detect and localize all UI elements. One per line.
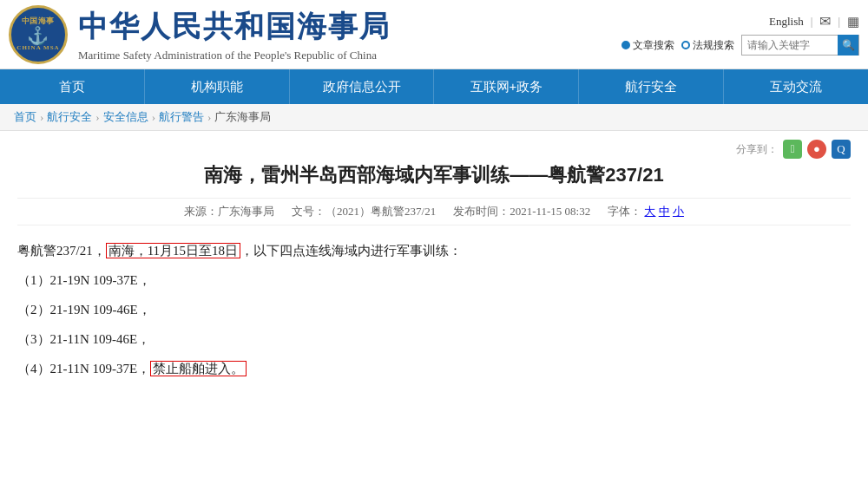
search-row: 文章搜索 法规搜索 🔍 xyxy=(621,35,859,56)
logo-en: CHINA MSA xyxy=(16,45,59,52)
nav-nav-safety[interactable]: 航行安全 xyxy=(579,69,724,104)
point-4: （4）21-11N 109-37E，禁止船舶进入。 xyxy=(17,356,851,382)
nav-gov-info[interactable]: 政府信息公开 xyxy=(290,69,435,104)
font-mid-link[interactable]: 中 xyxy=(659,205,670,218)
nav-bar: 首页 机构职能 政府信息公开 互联网+政务 航行安全 互动交流 xyxy=(0,69,868,104)
breadcrumb-nav-warning[interactable]: 航行警告 xyxy=(159,109,204,125)
radio-law[interactable]: 法规搜索 xyxy=(681,38,734,53)
bc-sep4: › xyxy=(207,110,211,124)
share-label: 分享到： xyxy=(736,142,778,157)
english-link[interactable]: English xyxy=(769,15,804,29)
meta-pubtime: 发布时间：2021-11-15 08:32 xyxy=(453,204,590,219)
breadcrumb-home[interactable]: 首页 xyxy=(14,109,36,125)
article-meta: 来源：广东海事局 文号：（2021）粤航警237/21 发布时间：2021-11… xyxy=(17,198,851,225)
point-4-text: （4）21-11N 109-37E， xyxy=(17,362,150,376)
intro2-text: ，以下四点连线海域内进行军事训练： xyxy=(240,244,462,258)
nav-internet[interactable]: 互联网+政务 xyxy=(434,69,579,104)
share-qq-icon[interactable]: Q xyxy=(832,140,851,159)
meta-font: 字体： 大 中 小 xyxy=(608,204,684,219)
logo: 中国海事 ⚓ CHINA MSA xyxy=(9,5,68,64)
share-wechat-icon[interactable]:  xyxy=(783,140,802,159)
font-small-link[interactable]: 小 xyxy=(673,205,684,218)
radio-article-dot xyxy=(621,41,630,49)
breadcrumb: 首页 › 航行安全 › 安全信息 › 航行警告 › 广东海事局 xyxy=(0,104,868,131)
breadcrumb-safety-info[interactable]: 安全信息 xyxy=(103,109,148,125)
font-large-link[interactable]: 大 xyxy=(644,205,655,218)
article-title: 南海，雷州半岛西部海域内军事训练——粤航警237/21 xyxy=(17,162,851,189)
highlight-dates: 南海，11月15日至18日 xyxy=(106,243,240,258)
article-body: 粤航警237/21，南海，11月15日至18日，以下四点连线海域内进行军事训练：… xyxy=(17,238,851,382)
radio-law-label: 法规搜索 xyxy=(693,38,734,53)
nav-home[interactable]: 首页 xyxy=(0,69,145,104)
search-button[interactable]: 🔍 xyxy=(838,35,858,56)
bc-sep2: › xyxy=(95,110,99,124)
logo-cn: 中国海事 xyxy=(22,17,55,26)
intro-paragraph: 粤航警237/21，南海，11月15日至18日，以下四点连线海域内进行军事训练： xyxy=(17,238,851,264)
sep2: | xyxy=(838,15,840,29)
search-radio-group: 文章搜索 法规搜索 xyxy=(621,38,734,53)
nav-interaction[interactable]: 互动交流 xyxy=(724,69,868,104)
extra-icon[interactable]: ▦ xyxy=(847,14,859,29)
nav-org[interactable]: 机构职能 xyxy=(145,69,290,104)
breadcrumb-nav-safety[interactable]: 航行安全 xyxy=(47,109,92,125)
content-area: 分享到：  ● Q 南海，雷州半岛西部海域内军事训练——粤航警237/21 来… xyxy=(0,131,868,394)
top-links: English | ✉ | ▦ xyxy=(769,13,859,29)
radio-article-label: 文章搜索 xyxy=(633,38,674,53)
search-input-wrap: 🔍 xyxy=(741,35,859,56)
bc-sep1: › xyxy=(40,110,43,124)
email-icon[interactable]: ✉ xyxy=(819,13,831,29)
radio-article[interactable]: 文章搜索 xyxy=(621,38,674,53)
share-bar: 分享到：  ● Q xyxy=(17,140,851,159)
bc-sep3: › xyxy=(152,110,155,124)
logo-anchor: ⚓ xyxy=(27,26,49,45)
radio-law-dot xyxy=(681,41,690,49)
intro-text: 粤航警237/21， xyxy=(17,244,106,258)
share-weibo-icon[interactable]: ● xyxy=(807,140,826,159)
site-title-en: Maritime Safety Administration of the Pe… xyxy=(78,49,391,62)
header: 中国海事 ⚓ CHINA MSA 中华人民共和国海事局 Maritime Saf… xyxy=(0,0,868,69)
point-2: （2）21-19N 109-46E， xyxy=(17,297,851,323)
point-3: （3）21-11N 109-46E， xyxy=(17,326,851,352)
breadcrumb-current: 广东海事局 xyxy=(214,109,271,125)
meta-docno: 文号：（2021）粤航警237/21 xyxy=(292,204,436,219)
sep1: | xyxy=(811,15,813,29)
site-title-cn: 中华人民共和国海事局 xyxy=(78,7,391,47)
header-left: 中国海事 ⚓ CHINA MSA 中华人民共和国海事局 Maritime Saf… xyxy=(9,5,391,64)
highlight-prohibition: 禁止船舶进入。 xyxy=(150,361,247,376)
meta-source: 来源：广东海事局 xyxy=(184,204,274,219)
header-right: English | ✉ | ▦ 文章搜索 法规搜索 🔍 xyxy=(621,13,859,56)
point-1: （1）21-19N 109-37E， xyxy=(17,267,851,293)
search-input[interactable] xyxy=(742,39,838,51)
header-title-block: 中华人民共和国海事局 Maritime Safety Administratio… xyxy=(78,7,391,62)
